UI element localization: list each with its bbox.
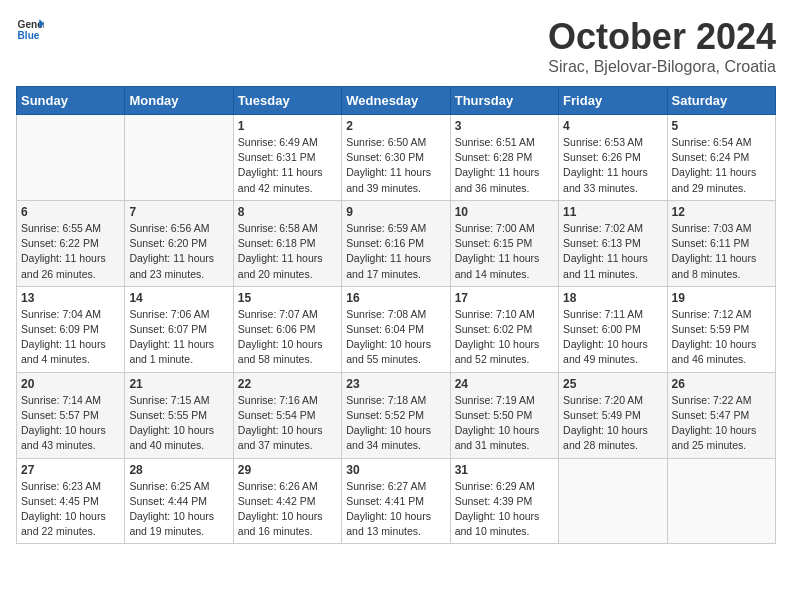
sunset-text: Sunset: 6:04 PM [346,323,424,335]
table-row: 11 Sunrise: 7:02 AM Sunset: 6:13 PM Dayl… [559,200,667,286]
table-row: 12 Sunrise: 7:03 AM Sunset: 6:11 PM Dayl… [667,200,775,286]
table-row: 27 Sunrise: 6:23 AM Sunset: 4:45 PM Dayl… [17,458,125,544]
sunset-text: Sunset: 6:07 PM [129,323,207,335]
calendar-header-row: Sunday Monday Tuesday Wednesday Thursday… [17,87,776,115]
daylight-text: Daylight: 10 hours and 28 minutes. [563,424,648,451]
day-info: Sunrise: 6:54 AM Sunset: 6:24 PM Dayligh… [672,135,771,196]
day-number: 26 [672,377,771,391]
daylight-text: Daylight: 10 hours and 31 minutes. [455,424,540,451]
table-row: 25 Sunrise: 7:20 AM Sunset: 5:49 PM Dayl… [559,372,667,458]
col-thursday: Thursday [450,87,558,115]
day-info: Sunrise: 6:56 AM Sunset: 6:20 PM Dayligh… [129,221,228,282]
col-tuesday: Tuesday [233,87,341,115]
sunrise-text: Sunrise: 7:00 AM [455,222,535,234]
logo: General Blue [16,16,44,44]
daylight-text: Daylight: 11 hours and 11 minutes. [563,252,648,279]
day-info: Sunrise: 7:00 AM Sunset: 6:15 PM Dayligh… [455,221,554,282]
day-info: Sunrise: 7:11 AM Sunset: 6:00 PM Dayligh… [563,307,662,368]
sunrise-text: Sunrise: 7:12 AM [672,308,752,320]
day-number: 6 [21,205,120,219]
svg-text:Blue: Blue [18,30,40,41]
col-saturday: Saturday [667,87,775,115]
daylight-text: Daylight: 11 hours and 17 minutes. [346,252,431,279]
day-number: 12 [672,205,771,219]
day-number: 17 [455,291,554,305]
sunset-text: Sunset: 4:42 PM [238,495,316,507]
daylight-text: Daylight: 11 hours and 4 minutes. [21,338,106,365]
calendar-table: Sunday Monday Tuesday Wednesday Thursday… [16,86,776,544]
daylight-text: Daylight: 10 hours and 13 minutes. [346,510,431,537]
title-area: October 2024 Sirac, Bjelovar-Bilogora, C… [548,16,776,76]
table-row: 9 Sunrise: 6:59 AM Sunset: 6:16 PM Dayli… [342,200,450,286]
sunset-text: Sunset: 5:54 PM [238,409,316,421]
daylight-text: Daylight: 10 hours and 19 minutes. [129,510,214,537]
sunrise-text: Sunrise: 7:02 AM [563,222,643,234]
daylight-text: Daylight: 10 hours and 25 minutes. [672,424,757,451]
sunset-text: Sunset: 4:44 PM [129,495,207,507]
sunset-text: Sunset: 6:31 PM [238,151,316,163]
sunrise-text: Sunrise: 7:18 AM [346,394,426,406]
table-row: 24 Sunrise: 7:19 AM Sunset: 5:50 PM Dayl… [450,372,558,458]
day-info: Sunrise: 7:03 AM Sunset: 6:11 PM Dayligh… [672,221,771,282]
day-info: Sunrise: 7:14 AM Sunset: 5:57 PM Dayligh… [21,393,120,454]
daylight-text: Daylight: 10 hours and 34 minutes. [346,424,431,451]
sunrise-text: Sunrise: 6:26 AM [238,480,318,492]
col-monday: Monday [125,87,233,115]
table-row: 6 Sunrise: 6:55 AM Sunset: 6:22 PM Dayli… [17,200,125,286]
calendar-week-2: 6 Sunrise: 6:55 AM Sunset: 6:22 PM Dayli… [17,200,776,286]
table-row: 4 Sunrise: 6:53 AM Sunset: 6:26 PM Dayli… [559,115,667,201]
daylight-text: Daylight: 11 hours and 36 minutes. [455,166,540,193]
day-info: Sunrise: 6:50 AM Sunset: 6:30 PM Dayligh… [346,135,445,196]
day-info: Sunrise: 7:07 AM Sunset: 6:06 PM Dayligh… [238,307,337,368]
day-number: 18 [563,291,662,305]
day-info: Sunrise: 7:20 AM Sunset: 5:49 PM Dayligh… [563,393,662,454]
day-number: 9 [346,205,445,219]
day-number: 24 [455,377,554,391]
day-number: 28 [129,463,228,477]
day-info: Sunrise: 7:15 AM Sunset: 5:55 PM Dayligh… [129,393,228,454]
daylight-text: Daylight: 10 hours and 16 minutes. [238,510,323,537]
sunrise-text: Sunrise: 7:16 AM [238,394,318,406]
sunset-text: Sunset: 6:24 PM [672,151,750,163]
sunset-text: Sunset: 5:52 PM [346,409,424,421]
daylight-text: Daylight: 11 hours and 42 minutes. [238,166,323,193]
table-row: 28 Sunrise: 6:25 AM Sunset: 4:44 PM Dayl… [125,458,233,544]
table-row: 29 Sunrise: 6:26 AM Sunset: 4:42 PM Dayl… [233,458,341,544]
daylight-text: Daylight: 10 hours and 46 minutes. [672,338,757,365]
sunset-text: Sunset: 6:22 PM [21,237,99,249]
day-info: Sunrise: 6:27 AM Sunset: 4:41 PM Dayligh… [346,479,445,540]
col-sunday: Sunday [17,87,125,115]
sunrise-text: Sunrise: 6:53 AM [563,136,643,148]
table-row: 14 Sunrise: 7:06 AM Sunset: 6:07 PM Dayl… [125,286,233,372]
sunset-text: Sunset: 6:28 PM [455,151,533,163]
sunset-text: Sunset: 6:20 PM [129,237,207,249]
daylight-text: Daylight: 11 hours and 14 minutes. [455,252,540,279]
month-title: October 2024 [548,16,776,58]
day-number: 20 [21,377,120,391]
sunrise-text: Sunrise: 6:58 AM [238,222,318,234]
sunset-text: Sunset: 6:18 PM [238,237,316,249]
day-number: 7 [129,205,228,219]
day-info: Sunrise: 7:22 AM Sunset: 5:47 PM Dayligh… [672,393,771,454]
sunrise-text: Sunrise: 7:08 AM [346,308,426,320]
daylight-text: Daylight: 10 hours and 40 minutes. [129,424,214,451]
calendar-week-1: 1 Sunrise: 6:49 AM Sunset: 6:31 PM Dayli… [17,115,776,201]
day-info: Sunrise: 6:51 AM Sunset: 6:28 PM Dayligh… [455,135,554,196]
daylight-text: Daylight: 10 hours and 52 minutes. [455,338,540,365]
sunset-text: Sunset: 6:15 PM [455,237,533,249]
sunrise-text: Sunrise: 6:23 AM [21,480,101,492]
day-info: Sunrise: 7:06 AM Sunset: 6:07 PM Dayligh… [129,307,228,368]
day-number: 14 [129,291,228,305]
sunrise-text: Sunrise: 7:06 AM [129,308,209,320]
sunset-text: Sunset: 6:06 PM [238,323,316,335]
day-number: 10 [455,205,554,219]
table-row: 30 Sunrise: 6:27 AM Sunset: 4:41 PM Dayl… [342,458,450,544]
day-info: Sunrise: 7:02 AM Sunset: 6:13 PM Dayligh… [563,221,662,282]
table-row: 3 Sunrise: 6:51 AM Sunset: 6:28 PM Dayli… [450,115,558,201]
daylight-text: Daylight: 11 hours and 8 minutes. [672,252,757,279]
day-info: Sunrise: 6:59 AM Sunset: 6:16 PM Dayligh… [346,221,445,282]
day-info: Sunrise: 7:16 AM Sunset: 5:54 PM Dayligh… [238,393,337,454]
daylight-text: Daylight: 10 hours and 55 minutes. [346,338,431,365]
sunrise-text: Sunrise: 7:19 AM [455,394,535,406]
daylight-text: Daylight: 10 hours and 22 minutes. [21,510,106,537]
